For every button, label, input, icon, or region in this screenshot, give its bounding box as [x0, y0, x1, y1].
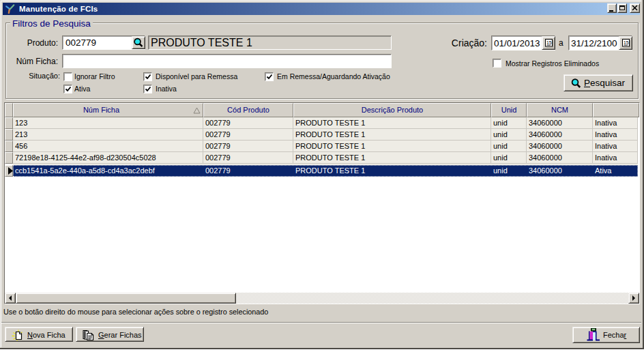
- svg-text:15: 15: [546, 40, 552, 45]
- svg-text:15: 15: [624, 40, 629, 45]
